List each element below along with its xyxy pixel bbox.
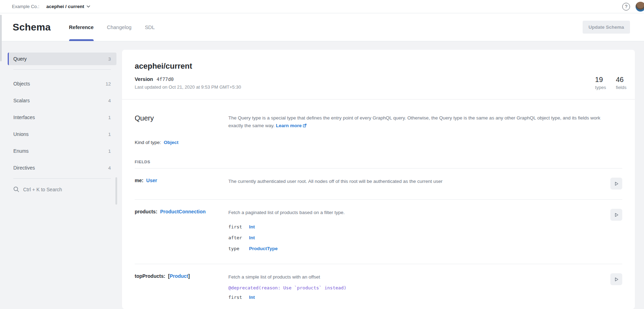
play-icon bbox=[614, 213, 619, 217]
sidebar-item-label: Directives bbox=[13, 165, 35, 171]
tab-bar: Reference Changelog SDL bbox=[69, 13, 155, 41]
sidebar-item-objects[interactable]: Objects 12 bbox=[8, 77, 116, 90]
sidebar-item-count: 12 bbox=[106, 81, 111, 87]
field-name: me: bbox=[135, 178, 143, 183]
play-icon bbox=[614, 181, 619, 186]
search-icon bbox=[13, 186, 19, 192]
deprecated-annotation: @deprecated(reason: Use `products` inste… bbox=[228, 285, 605, 290]
last-updated: Last updated on Oct 21, 2020 at 9:53 PM … bbox=[135, 84, 241, 90]
type-name: Query bbox=[135, 114, 228, 130]
type-bracket-close: ] bbox=[188, 273, 190, 279]
sidebar-item-count: 4 bbox=[108, 165, 111, 171]
stat-fields: 46 fields bbox=[616, 76, 626, 90]
user-avatar[interactable] bbox=[636, 2, 644, 12]
field-type-link[interactable]: User bbox=[146, 178, 157, 183]
schema-reference-card: acephei/current Version 4f77d0 Last upda… bbox=[122, 50, 635, 309]
tab-changelog[interactable]: Changelog bbox=[107, 13, 132, 41]
arg-row: after Int bbox=[228, 232, 605, 243]
version-hash: 4f77d0 bbox=[156, 76, 174, 82]
kind-label: Kind of type: bbox=[135, 140, 161, 145]
update-schema-button[interactable]: Update Schema bbox=[583, 21, 630, 34]
page-header: Schema Reference Changelog SDL Update Sc… bbox=[0, 13, 644, 41]
sidebar-item-label: Scalars bbox=[13, 98, 30, 103]
kind-value-link[interactable]: Object bbox=[164, 140, 179, 145]
field-type-link[interactable]: ProductConnection bbox=[160, 209, 206, 214]
tab-reference[interactable]: Reference bbox=[69, 13, 94, 41]
graph-title: acephei/current bbox=[135, 62, 241, 71]
arg-name: after bbox=[228, 235, 249, 240]
field-name: topProducts: bbox=[135, 273, 165, 279]
field-description: Fetch a simple list of products with an … bbox=[228, 273, 605, 281]
arg-type-link[interactable]: ProductType bbox=[249, 246, 278, 251]
help-icon[interactable]: ? bbox=[622, 3, 630, 11]
schema-search[interactable]: Ctrl + K to Search bbox=[8, 186, 116, 192]
stat-types: 19 types bbox=[595, 76, 606, 90]
sidebar-item-label: Enums bbox=[13, 148, 29, 154]
field-description: The currently authenticated user root. A… bbox=[228, 178, 605, 190]
sidebar-item-label: Interfaces bbox=[13, 115, 35, 120]
play-icon bbox=[614, 277, 619, 282]
page-title: Schema bbox=[13, 22, 51, 33]
sidebar-item-query[interactable]: Query 3 bbox=[8, 53, 116, 65]
tab-sdl[interactable]: SDL bbox=[145, 13, 155, 41]
graph-selector[interactable]: acephei / current bbox=[46, 4, 90, 9]
chevron-down-icon bbox=[87, 5, 90, 8]
sidebar-item-interfaces[interactable]: Interfaces 1 bbox=[8, 111, 116, 124]
sidebar-scrollbar[interactable] bbox=[115, 177, 117, 205]
search-hint: Ctrl + K to Search bbox=[23, 187, 62, 192]
sidebar-item-enums[interactable]: Enums 1 bbox=[8, 145, 116, 157]
stat-fields-value: 46 bbox=[616, 76, 626, 84]
field-details: Fetch a paginated list of products based… bbox=[228, 209, 605, 254]
type-section-query: Query The Query type is a special type t… bbox=[122, 99, 635, 309]
schema-sidebar: Query 3 Objects 12 Scalars 4 Interfaces … bbox=[0, 41, 116, 309]
graph-selector-label: acephei / current bbox=[46, 4, 84, 9]
sidebar-divider bbox=[13, 69, 111, 70]
page-scrollbar[interactable] bbox=[0, 15, 2, 61]
field-args: first Int bbox=[228, 292, 605, 303]
sidebar-item-count: 1 bbox=[108, 149, 111, 154]
arg-row: first Int bbox=[228, 292, 605, 303]
org-label: Example Co.: bbox=[12, 4, 39, 9]
sidebar-item-directives[interactable]: Directives 4 bbox=[8, 162, 116, 174]
content-area: Query 3 Objects 12 Scalars 4 Interfaces … bbox=[0, 41, 644, 309]
field-signature: topProducts: [Product] bbox=[135, 273, 228, 303]
arg-name: type bbox=[228, 246, 249, 251]
run-query-button[interactable] bbox=[610, 178, 622, 190]
learn-more-label: Learn more bbox=[276, 123, 302, 128]
sidebar-item-unions[interactable]: Unions 1 bbox=[8, 128, 116, 140]
field-row-me: me: User The currently authenticated use… bbox=[135, 169, 622, 200]
field-signature: products: ProductConnection bbox=[135, 209, 228, 254]
sidebar-item-scalars[interactable]: Scalars 4 bbox=[8, 94, 116, 107]
sidebar-item-count: 1 bbox=[108, 132, 111, 137]
arg-type-link[interactable]: Int bbox=[249, 235, 255, 240]
sidebar-item-count: 3 bbox=[108, 56, 111, 62]
sidebar-item-count: 1 bbox=[108, 115, 111, 120]
arg-name: first bbox=[228, 295, 249, 300]
top-bar: Example Co.: acephei / current ? bbox=[0, 0, 644, 13]
arg-type-link[interactable]: Int bbox=[249, 295, 255, 300]
arg-row: first Int bbox=[228, 221, 605, 232]
stat-types-value: 19 bbox=[595, 76, 606, 84]
version-label: Version bbox=[135, 76, 153, 82]
field-type-link[interactable]: Product bbox=[170, 273, 188, 279]
fields-section-label: FIELDS bbox=[135, 160, 622, 164]
stat-fields-label: fields bbox=[616, 85, 626, 90]
run-query-button[interactable] bbox=[610, 209, 622, 221]
sidebar-item-count: 4 bbox=[108, 98, 111, 103]
kind-of-type-line: Kind of type: Object bbox=[135, 140, 622, 145]
sidebar-divider bbox=[13, 178, 111, 179]
arg-name: first bbox=[228, 224, 249, 229]
run-query-button[interactable] bbox=[610, 273, 622, 285]
field-description: Fetch a paginated list of products based… bbox=[228, 209, 605, 216]
field-name: products: bbox=[135, 209, 157, 214]
field-signature: me: User bbox=[135, 178, 228, 190]
field-row-products: products: ProductConnection Fetch a pagi… bbox=[135, 200, 622, 264]
arg-type-link[interactable]: Int bbox=[249, 224, 255, 229]
sidebar-item-label: Objects bbox=[13, 81, 30, 87]
field-row-topproducts: topProducts: [Product] Fetch a simple li… bbox=[135, 264, 622, 309]
learn-more-link[interactable]: Learn more bbox=[276, 123, 307, 128]
graph-header: acephei/current Version 4f77d0 Last upda… bbox=[122, 50, 635, 99]
field-args: first Int after Int type ProductType bbox=[228, 221, 605, 254]
field-details: Fetch a simple list of products with an … bbox=[228, 273, 605, 303]
arg-row: type ProductType bbox=[228, 243, 605, 254]
